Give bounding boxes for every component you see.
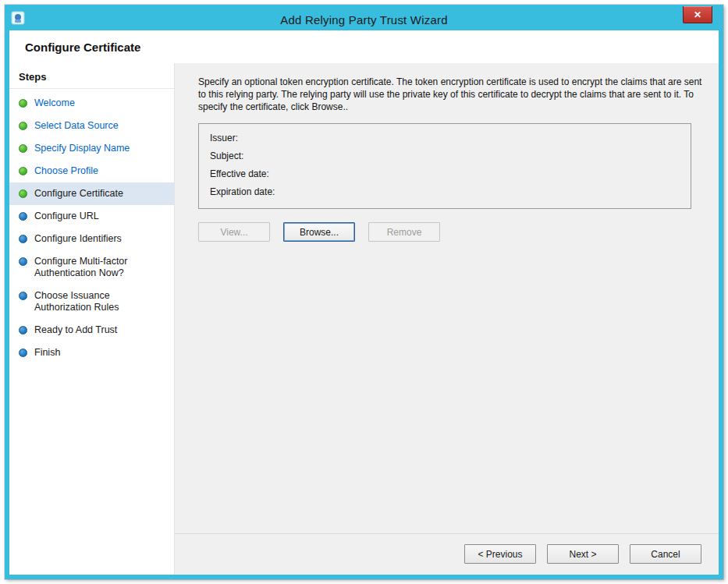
- sidebar-item-choose-profile[interactable]: Choose Profile: [9, 160, 174, 182]
- step-label: Configure Certificate: [34, 188, 123, 200]
- field-label-issuer: Issuer:: [210, 129, 680, 147]
- titlebar: Add Relying Party Trust Wizard ✕: [9, 9, 719, 30]
- completed-step-icon: [19, 122, 27, 130]
- step-label: Configure URL: [34, 211, 99, 222]
- completed-step-icon: [19, 167, 27, 175]
- sidebar-item-configure-certificate[interactable]: Configure Certificate: [9, 182, 174, 205]
- sidebar-item-finish: Finish: [9, 342, 174, 364]
- sidebar-item-ready-to-add-trust: Ready to Add Trust: [9, 319, 174, 342]
- content-area: Specify an optional token encryption cer…: [175, 63, 719, 575]
- pending-step-icon: [19, 326, 27, 334]
- sidebar-item-select-data-source[interactable]: Select Data Source: [9, 115, 174, 137]
- completed-step-icon: [19, 144, 27, 153]
- pending-step-icon: [19, 235, 27, 243]
- field-label-subject: Subject:: [210, 147, 680, 165]
- sidebar-item-specify-display-name[interactable]: Specify Display Name: [9, 137, 174, 160]
- step-label: Select Data Source: [34, 120, 119, 132]
- wizard-window: Add Relying Party Trust Wizard ✕ Configu…: [5, 5, 723, 579]
- step-label: Welcome: [34, 97, 75, 109]
- next-button[interactable]: Next >: [547, 544, 619, 564]
- sidebar-item-configure-identifiers: Configure Identifiers: [9, 228, 174, 250]
- field-label-expiration-date: Expiration date:: [210, 183, 680, 201]
- step-label: Ready to Add Trust: [34, 324, 117, 336]
- step-label: Specify Display Name: [34, 143, 130, 154]
- step-label: Configure Multi-factor Authentication No…: [34, 256, 166, 279]
- close-button[interactable]: ✕: [683, 6, 712, 23]
- field-label-effective-date: Effective date:: [210, 165, 680, 183]
- step-label: Finish: [34, 347, 60, 359]
- pending-step-icon: [19, 349, 27, 357]
- sidebar-item-configure-multi-factor: Configure Multi-factor Authentication No…: [9, 250, 174, 285]
- steps-heading: Steps: [9, 65, 174, 89]
- step-label: Choose Profile: [34, 165, 98, 177]
- remove-button: Remove: [368, 222, 440, 242]
- footer-button-bar: < Previous Next > Cancel: [175, 533, 719, 575]
- step-label: Configure Identifiers: [34, 233, 122, 245]
- wizard-body: Steps Welcome Select Data Source Specify…: [9, 63, 719, 575]
- completed-step-icon: [19, 99, 27, 108]
- sidebar-item-choose-issuance-rules: Choose Issuance Authorization Rules: [9, 285, 174, 319]
- sidebar-item-configure-url: Configure URL: [9, 205, 174, 228]
- description-text: Specify an optional token encryption cer…: [198, 76, 705, 113]
- pending-step-icon: [19, 212, 27, 221]
- pending-step-icon: [19, 292, 27, 300]
- sidebar-item-welcome[interactable]: Welcome: [9, 92, 174, 115]
- window-title: Add Relying Party Trust Wizard: [9, 13, 719, 27]
- pending-step-icon: [19, 257, 27, 266]
- page-title: Configure Certificate: [25, 41, 140, 54]
- certificate-details-box: Issuer: Subject: Effective date: Expirat…: [198, 123, 691, 209]
- completed-step-icon: [19, 189, 27, 198]
- certificate-actions: View... Browse... Remove: [198, 222, 719, 242]
- header: Configure Certificate: [9, 30, 719, 63]
- cancel-button[interactable]: Cancel: [630, 544, 701, 564]
- browse-button[interactable]: Browse...: [283, 222, 355, 242]
- step-label: Choose Issuance Authorization Rules: [34, 290, 166, 313]
- steps-panel: Steps Welcome Select Data Source Specify…: [9, 63, 175, 575]
- view-button: View...: [198, 222, 270, 242]
- previous-button[interactable]: < Previous: [464, 544, 536, 564]
